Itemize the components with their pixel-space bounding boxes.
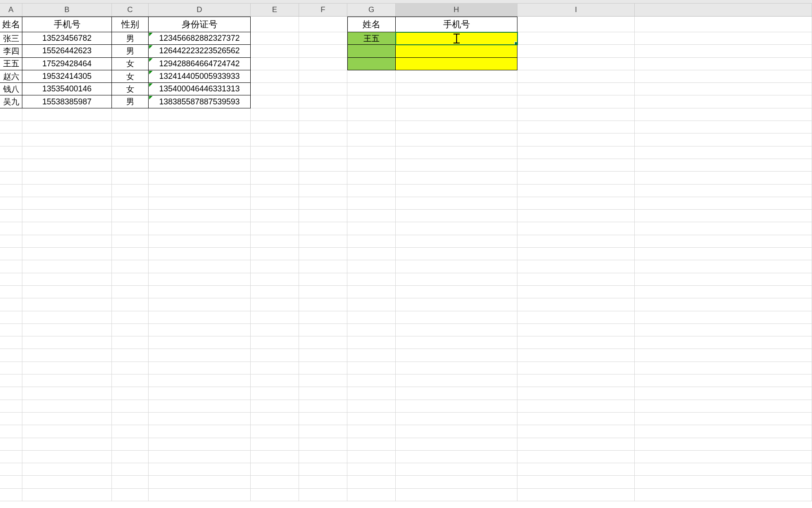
cell-E11[interactable]	[251, 146, 299, 159]
col-header-C[interactable]: C	[112, 4, 149, 16]
cell-G2[interactable]: 王五	[347, 32, 396, 45]
cell-J36[interactable]	[635, 463, 812, 476]
cell-D30[interactable]	[149, 387, 251, 400]
cell-B26[interactable]	[22, 336, 112, 349]
cell-I6[interactable]	[517, 83, 635, 95]
cell-C26[interactable]	[112, 336, 149, 349]
cell-G38[interactable]	[347, 489, 396, 501]
cell-J19[interactable]	[635, 248, 812, 260]
cell-J20[interactable]	[635, 260, 812, 273]
cell-A31[interactable]	[0, 400, 22, 413]
cell-A26[interactable]	[0, 336, 22, 349]
cell-G9[interactable]	[347, 121, 396, 133]
cell-C11[interactable]	[112, 146, 149, 159]
cell-F36[interactable]	[299, 463, 347, 476]
cell-B14[interactable]	[22, 185, 112, 197]
cell-G25[interactable]	[347, 324, 396, 336]
cell-D33[interactable]	[149, 425, 251, 438]
cell-A1[interactable]: 姓名	[0, 17, 22, 32]
cell-C16[interactable]	[112, 210, 149, 222]
cell-J22[interactable]	[635, 286, 812, 298]
cell-A18[interactable]	[0, 235, 22, 248]
cell-G34[interactable]	[347, 438, 396, 451]
cell-J38[interactable]	[635, 489, 812, 501]
cell-D11[interactable]	[149, 146, 251, 159]
col-header-A[interactable]: A	[0, 4, 22, 16]
cell-G6[interactable]	[347, 83, 396, 95]
cell-F14[interactable]	[299, 185, 347, 197]
cell-D29[interactable]	[149, 375, 251, 387]
cell-D17[interactable]	[149, 222, 251, 235]
cell-C8[interactable]	[112, 108, 149, 121]
cell-B2[interactable]: 13523456782	[22, 32, 112, 45]
col-header-H[interactable]: H	[396, 4, 517, 16]
cell-C12[interactable]	[112, 159, 149, 172]
cell-H13[interactable]	[396, 172, 517, 184]
cell-G36[interactable]	[347, 463, 396, 476]
cell-F5[interactable]	[299, 70, 347, 83]
cell-D26[interactable]	[149, 336, 251, 349]
cell-G8[interactable]	[347, 108, 396, 121]
cell-B24[interactable]	[22, 311, 112, 324]
cell-I26[interactable]	[517, 336, 635, 349]
cell-I24[interactable]	[517, 311, 635, 324]
cell-B12[interactable]	[22, 159, 112, 172]
cell-E5[interactable]	[251, 70, 299, 83]
cell-F3[interactable]	[299, 45, 347, 57]
cell-F10[interactable]	[299, 133, 347, 146]
cell-G20[interactable]	[347, 260, 396, 273]
cell-E7[interactable]	[251, 95, 299, 108]
cell-A35[interactable]	[0, 451, 22, 463]
cell-G12[interactable]	[347, 159, 396, 172]
cell-H4[interactable]	[396, 58, 517, 70]
cell-F19[interactable]	[299, 248, 347, 260]
cell-I34[interactable]	[517, 438, 635, 451]
cell-D8[interactable]	[149, 108, 251, 121]
cell-C13[interactable]	[112, 172, 149, 184]
cell-I21[interactable]	[517, 273, 635, 286]
cell-E30[interactable]	[251, 387, 299, 400]
cell-H31[interactable]	[396, 400, 517, 413]
cell-G13[interactable]	[347, 172, 396, 184]
cell-C30[interactable]	[112, 387, 149, 400]
col-header-B[interactable]: B	[22, 4, 112, 16]
cell-A25[interactable]	[0, 324, 22, 336]
cell-E38[interactable]	[251, 489, 299, 501]
cell-J11[interactable]	[635, 146, 812, 159]
cell-B22[interactable]	[22, 286, 112, 298]
cell-I28[interactable]	[517, 362, 635, 375]
cell-F31[interactable]	[299, 400, 347, 413]
cell-I16[interactable]	[517, 210, 635, 222]
cell-J37[interactable]	[635, 476, 812, 488]
cell-H17[interactable]	[396, 222, 517, 235]
col-header-E[interactable]: E	[251, 4, 299, 16]
cell-B15[interactable]	[22, 197, 112, 210]
cell-H28[interactable]	[396, 362, 517, 375]
cell-D32[interactable]	[149, 413, 251, 425]
cell-J21[interactable]	[635, 273, 812, 286]
cell-J1[interactable]	[635, 17, 812, 32]
cell-A29[interactable]	[0, 375, 22, 387]
cell-G17[interactable]	[347, 222, 396, 235]
cell-C29[interactable]	[112, 375, 149, 387]
cell-I13[interactable]	[517, 172, 635, 184]
cell-D3[interactable]: 126442223223526562	[149, 45, 251, 57]
cell-F33[interactable]	[299, 425, 347, 438]
cell-E24[interactable]	[251, 311, 299, 324]
cell-A6[interactable]: 钱八	[0, 83, 22, 95]
cell-C34[interactable]	[112, 438, 149, 451]
cell-A14[interactable]	[0, 185, 22, 197]
cell-F26[interactable]	[299, 336, 347, 349]
cell-H21[interactable]	[396, 273, 517, 286]
cell-G19[interactable]	[347, 248, 396, 260]
cell-H8[interactable]	[396, 108, 517, 121]
cell-E13[interactable]	[251, 172, 299, 184]
cell-C38[interactable]	[112, 489, 149, 501]
cell-H16[interactable]	[396, 210, 517, 222]
cell-G31[interactable]	[347, 400, 396, 413]
cell-D28[interactable]	[149, 362, 251, 375]
cell-J9[interactable]	[635, 121, 812, 133]
cell-B17[interactable]	[22, 222, 112, 235]
cell-E9[interactable]	[251, 121, 299, 133]
cell-D15[interactable]	[149, 197, 251, 210]
